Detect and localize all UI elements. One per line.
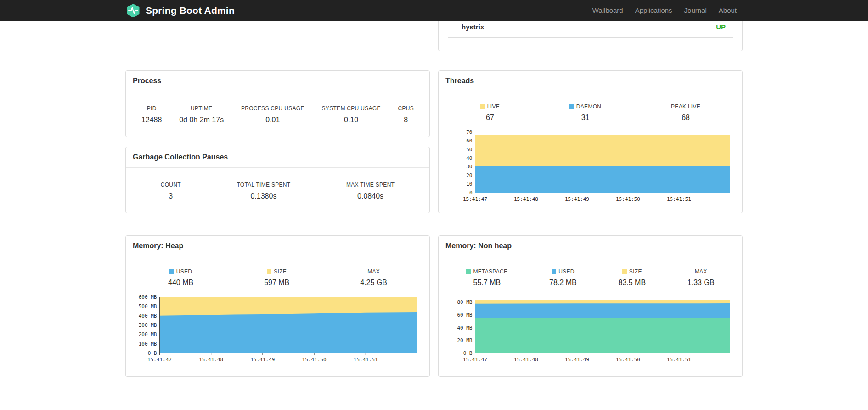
metric-label: TOTAL TIME SPENT — [237, 182, 290, 188]
memory-heap-panel: Memory: Heap USED 440 MB — [125, 235, 430, 377]
metric-label: SYSTEM CPU USAGE — [322, 105, 381, 112]
main-content: hystrix UP Process PID 12488 — [125, 21, 743, 377]
svg-text:15:41:50: 15:41:50 — [616, 357, 640, 363]
nonheap-legend: METASPACE 55.7 MB USED 78.2 MB — [445, 268, 735, 287]
legend-item-size: SIZE 83.5 MB — [618, 268, 646, 287]
process-metrics: PID 12488 UPTIME 0d 0h 2m 17s PROCESS CP… — [133, 105, 423, 124]
health-panel-spacer — [439, 38, 742, 51]
live-swatch-icon — [480, 104, 485, 109]
svg-text:300 MB: 300 MB — [139, 322, 157, 328]
legend-label: DAEMON — [569, 103, 601, 110]
svg-text:15:41:50: 15:41:50 — [302, 357, 327, 363]
svg-text:30: 30 — [466, 164, 472, 170]
legend-value: 68 — [671, 114, 700, 122]
size-swatch-icon — [622, 269, 627, 274]
legend-item-used: USED 78.2 MB — [549, 268, 577, 287]
gc-panel-title: Garbage Collection Pauses — [126, 147, 429, 168]
metric-process-cpu-usage: PROCESS CPU USAGE 0.01 — [241, 105, 304, 124]
legend-item-size: SIZE 597 MB — [264, 268, 289, 287]
svg-text:70: 70 — [466, 129, 472, 135]
svg-text:400 MB: 400 MB — [139, 313, 157, 319]
legend-label: SIZE — [618, 268, 646, 275]
legend-item-live: LIVE 67 — [480, 103, 500, 122]
top-navbar: Spring Boot Admin Wallboard Applications… — [0, 0, 868, 21]
brand-title: Spring Boot Admin — [146, 5, 235, 16]
svg-text:0 B: 0 B — [463, 350, 473, 356]
svg-text:500 MB: 500 MB — [139, 303, 157, 309]
metaspace-swatch-icon — [466, 269, 471, 274]
metric-label: COUNT — [161, 182, 181, 188]
legend-label: MAX — [688, 268, 715, 275]
legend-value: 78.2 MB — [549, 279, 577, 287]
svg-text:40: 40 — [466, 155, 472, 161]
legend-item-max: MAX 1.33 GB — [688, 268, 715, 287]
legend-value: 4.25 GB — [360, 279, 387, 287]
metric-pid: PID 12488 — [141, 105, 162, 124]
threads-area-chart: 01020304050607015:41:4715:41:4815:41:491… — [445, 128, 735, 205]
threads-panel-title: Threads — [439, 71, 742, 91]
nonheap-area-chart: 0 B20 MB40 MB60 MB80 MB15:41:4715:41:481… — [445, 293, 735, 366]
metric-value: 3 — [161, 192, 181, 200]
memory-heap-title: Memory: Heap — [126, 236, 429, 256]
gc-metrics: COUNT 3 TOTAL TIME SPENT 0.1380s MAX TIM… — [133, 182, 423, 200]
process-panel-title: Process — [126, 71, 429, 91]
memory-nonheap-panel: Memory: Non heap METASPACE 55.7 MB — [438, 235, 743, 377]
metric-cpus: CPUS 8 — [398, 105, 414, 124]
svg-text:15:41:48: 15:41:48 — [514, 357, 538, 363]
svg-text:15:41:51: 15:41:51 — [667, 357, 691, 363]
svg-text:20 MB: 20 MB — [457, 337, 472, 343]
svg-text:0: 0 — [469, 190, 473, 196]
metric-system-cpu-usage: SYSTEM CPU USAGE 0.10 — [322, 105, 381, 124]
legend-label: SIZE — [264, 268, 289, 275]
legend-item-daemon: DAEMON 31 — [569, 103, 601, 122]
svg-text:15:41:51: 15:41:51 — [354, 357, 378, 363]
svg-text:15:41:47: 15:41:47 — [463, 196, 487, 202]
svg-text:40 MB: 40 MB — [457, 325, 472, 331]
svg-text:60: 60 — [466, 138, 472, 144]
nav-link-about[interactable]: About — [713, 0, 743, 21]
nav-link-wallboard[interactable]: Wallboard — [586, 0, 629, 21]
legend-item-max: MAX 4.25 GB — [360, 268, 387, 287]
legend-item-used: USED 440 MB — [168, 268, 193, 287]
nav-link-journal[interactable]: Journal — [678, 0, 713, 21]
heap-area-chart: 0 B100 MB200 MB300 MB400 MB500 MB600 MB1… — [133, 293, 423, 366]
svg-text:15:41:47: 15:41:47 — [147, 357, 172, 363]
svg-text:50: 50 — [466, 147, 472, 153]
legend-label: USED — [168, 268, 193, 275]
brand-link[interactable]: Spring Boot Admin — [125, 3, 235, 18]
legend-value: 67 — [480, 114, 500, 122]
svg-text:15:41:49: 15:41:49 — [565, 196, 589, 202]
svg-text:15:41:48: 15:41:48 — [514, 196, 538, 202]
svg-text:10: 10 — [466, 181, 472, 187]
health-service-name: hystrix — [462, 23, 484, 31]
metric-gc-count: COUNT 3 — [161, 182, 181, 200]
svg-text:200 MB: 200 MB — [139, 331, 157, 337]
svg-text:15:41:47: 15:41:47 — [463, 357, 487, 363]
metric-value: 0.01 — [241, 116, 304, 124]
legend-label: LIVE — [480, 103, 500, 110]
metric-uptime: UPTIME 0d 0h 2m 17s — [179, 105, 224, 124]
heap-legend: USED 440 MB SIZE 597 MB — [133, 268, 423, 287]
status-badge: UP — [716, 23, 726, 31]
used-swatch-icon — [552, 269, 556, 274]
svg-text:20: 20 — [466, 172, 472, 178]
metric-value: 0d 0h 2m 17s — [179, 116, 224, 124]
legend-value: 440 MB — [168, 279, 193, 287]
legend-value: 55.7 MB — [466, 279, 507, 287]
svg-text:15:41:50: 15:41:50 — [616, 196, 640, 202]
navbar-links: Wallboard Applications Journal About — [586, 0, 743, 21]
svg-text:15:41:49: 15:41:49 — [565, 357, 589, 363]
svg-text:15:41:49: 15:41:49 — [250, 357, 275, 363]
spring-boot-admin-logo-icon — [125, 3, 141, 18]
metric-gc-max-time: MAX TIME SPENT 0.0840s — [346, 182, 395, 200]
metric-label: UPTIME — [179, 105, 224, 112]
metric-gc-total-time: TOTAL TIME SPENT 0.1380s — [237, 182, 290, 200]
size-swatch-icon — [267, 269, 271, 274]
legend-label: METASPACE — [466, 268, 507, 275]
metric-value: 8 — [398, 116, 414, 124]
legend-value: 1.33 GB — [688, 279, 715, 287]
legend-label: PEAK LIVE — [671, 103, 700, 110]
svg-text:60 MB: 60 MB — [457, 312, 472, 318]
nav-link-applications[interactable]: Applications — [629, 0, 678, 21]
svg-text:15:41:48: 15:41:48 — [199, 357, 223, 363]
